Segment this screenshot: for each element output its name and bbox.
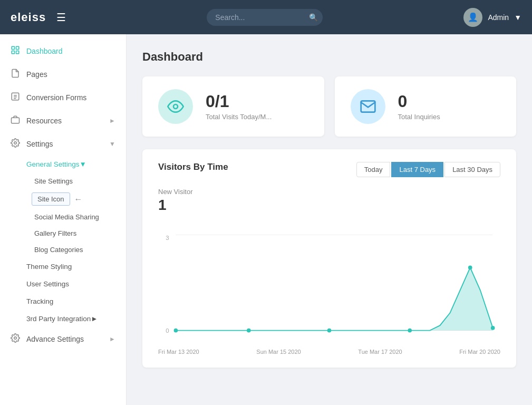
sidebar-item-conversion-forms[interactable]: Conversion Forms [0, 86, 126, 109]
y-axis-label-3: 3 [166, 235, 169, 241]
chart-dot-3 [327, 329, 332, 333]
y-axis-label-0: 0 [166, 327, 169, 334]
settings-icon [11, 138, 20, 150]
visitors-chart-svg: 3 0 [158, 222, 500, 343]
sidebar-item-dashboard[interactable]: Dashboard [0, 40, 126, 63]
sidebar-sub-item-tracking[interactable]: Tracking [0, 293, 126, 310]
svg-rect-0 [12, 46, 14, 49]
user-menu[interactable]: 👤 Admin ▼ [463, 8, 521, 27]
topnav: eleiss ☰ 🔍 👤 Admin ▼ [0, 0, 532, 34]
chart-axis-labels: Fri Mar 13 2020 Sun Mar 15 2020 Tue Mar … [158, 349, 500, 355]
chart-filter-today[interactable]: Today [356, 162, 391, 177]
sidebar-item-label: Advance Settings [26, 335, 84, 343]
svg-point-9 [14, 142, 17, 144]
total-visits-icon-wrap [158, 89, 193, 124]
user-label: Admin [488, 13, 509, 22]
chart-dot-2 [247, 329, 251, 333]
user-settings-label: User Settings [26, 280, 69, 288]
sidebar-sub-sub-item-blog-categories[interactable]: Blog Categories [0, 242, 126, 258]
sidebar-item-label: Pages [26, 70, 47, 79]
chart-filter-group: Today Last 7 Days Last 30 Days [356, 162, 500, 177]
chart-dot-4 [408, 329, 412, 333]
svg-rect-2 [12, 51, 14, 54]
svg-point-10 [14, 337, 17, 340]
stat-card-content: 0 Total Inquiries [398, 93, 440, 121]
x-axis-label-1: Sun Mar 15 2020 [256, 349, 301, 355]
chart-filter-last-7-days[interactable]: Last 7 Days [391, 162, 443, 177]
conversion-forms-icon [11, 92, 20, 103]
chart-filter-last-30-days[interactable]: Last 30 Days [444, 162, 500, 177]
stats-row: 0/1 Total Visits Today/M... 0 Total Inqu… [142, 76, 516, 137]
sidebar-item-settings[interactable]: Settings ▼ [0, 132, 126, 156]
search-bar-wrap: 🔍 [207, 9, 323, 26]
hamburger-icon[interactable]: ☰ [56, 11, 66, 24]
total-inquiries-icon-wrap [351, 89, 385, 124]
site-icon-label: Site Icon [32, 192, 70, 206]
sidebar-item-label: Conversion Forms [26, 93, 86, 102]
3rd-party-integration-arrow: ► [91, 315, 98, 323]
site-settings-label: Site Settings [34, 177, 73, 185]
dashboard-icon [11, 45, 20, 57]
general-settings-label: General Settings [26, 160, 80, 168]
chart-svg-wrap: 3 0 [158, 222, 500, 355]
search-input[interactable] [215, 13, 305, 22]
stat-card-content: 0/1 Total Visits Today/M... [206, 93, 272, 121]
chart-dot-5 [491, 326, 495, 330]
theme-styling-label: Theme Styling [26, 263, 72, 271]
sidebar: Dashboard Pages Conversion Forms Resourc… [0, 34, 127, 405]
stat-card-total-inquiries: 0 Total Inquiries [335, 76, 517, 137]
sidebar-sub-sub-item-site-icon[interactable]: Site Icon ← [0, 189, 126, 209]
arrow-left-indicator: ← [74, 195, 83, 204]
page-title: Dashboard [142, 50, 516, 64]
visitor-count: 1 [158, 197, 500, 214]
svg-rect-3 [16, 51, 19, 54]
svg-rect-1 [16, 46, 19, 49]
email-icon [360, 98, 376, 115]
sidebar-sub-sub-item-gallery-filters[interactable]: Gallery Filters [0, 225, 126, 242]
sidebar-item-resources[interactable]: Resources ► [0, 109, 126, 132]
settings-submenu: General Settings ▼ Site Settings Site Ic… [0, 156, 126, 327]
avatar: 👤 [463, 8, 482, 27]
3rd-party-integration-label: 3rd Party Integration [26, 315, 91, 323]
sidebar-sub-item-theme-styling[interactable]: Theme Styling [0, 258, 126, 275]
logo: eleiss [11, 11, 46, 24]
blog-categories-label: Blog Categories [34, 246, 83, 254]
resources-arrow: ► [109, 117, 115, 124]
sidebar-sub-sub-item-social-media-sharing[interactable]: Social Media Sharing [0, 209, 126, 225]
sidebar-sub-sub-item-site-settings[interactable]: Site Settings [0, 173, 126, 189]
sidebar-sub-item-3rd-party-integration[interactable]: 3rd Party Integration ► [0, 310, 126, 327]
chart-dot-1 [174, 329, 178, 333]
sidebar-item-label: Dashboard [26, 47, 63, 55]
eye-icon [167, 98, 184, 115]
x-axis-label-0: Fri Mar 13 2020 [158, 349, 199, 355]
sidebar-sub-item-user-settings[interactable]: User Settings [0, 275, 126, 293]
social-media-sharing-label: Social Media Sharing [34, 213, 99, 221]
visitor-stats: New Visitor 1 [158, 188, 500, 214]
sidebar-sub-item-general-settings[interactable]: General Settings ▼ [0, 156, 126, 173]
main-content: Dashboard 0/1 Total Visits Today/M... [127, 34, 532, 405]
general-settings-arrow: ▼ [80, 160, 86, 168]
chart-dot-peak [468, 266, 472, 270]
stat-card-total-visits: 0/1 Total Visits Today/M... [142, 76, 324, 137]
chart-header: Visitors By Time Today Last 7 Days Last … [158, 162, 500, 177]
search-icon: 🔍 [309, 13, 318, 22]
resources-icon [11, 115, 20, 127]
sidebar-item-advance-settings[interactable]: Advance Settings ► [0, 327, 126, 351]
user-menu-arrow: ▼ [514, 13, 521, 22]
total-visits-value: 0/1 [206, 93, 272, 110]
total-visits-label: Total Visits Today/M... [206, 113, 272, 121]
advance-settings-arrow: ► [109, 335, 115, 343]
settings-arrow: ▼ [109, 140, 115, 148]
sidebar-item-label: Settings [26, 140, 53, 148]
total-inquiries-value: 0 [398, 93, 440, 110]
advance-settings-icon [11, 333, 20, 345]
svg-point-11 [173, 104, 178, 109]
visitor-label: New Visitor [158, 188, 500, 196]
gallery-filters-label: Gallery Filters [34, 229, 76, 237]
x-axis-label-3: Fri Mar 20 2020 [459, 349, 500, 355]
sidebar-item-pages[interactable]: Pages [0, 63, 126, 86]
pages-icon [11, 69, 20, 80]
general-settings-subitems: Site Settings Site Icon ← Social Media S… [0, 173, 126, 258]
sidebar-item-label: Resources [26, 117, 62, 125]
svg-rect-8 [12, 118, 20, 123]
